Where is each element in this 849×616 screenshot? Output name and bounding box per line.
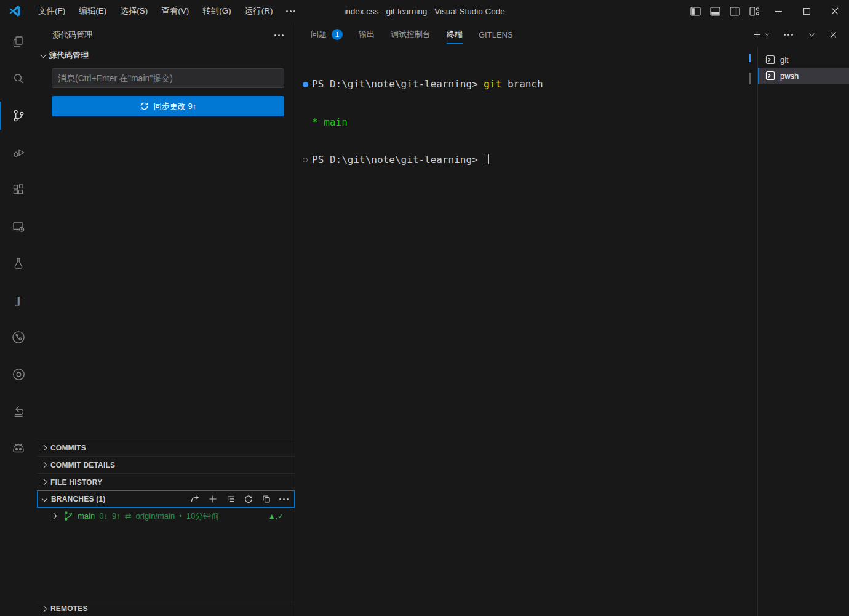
terminal-tab-git[interactable]: git <box>758 52 849 68</box>
dot-separator: • <box>179 511 182 521</box>
launch-profile-chevron-icon[interactable] <box>763 22 775 47</box>
activity-explorer[interactable] <box>0 23 37 60</box>
close-button[interactable] <box>821 0 849 22</box>
terminal-line: * main <box>303 116 757 129</box>
sync-changes-label: 同步更改 9↑ <box>154 101 196 112</box>
activity-j-extension[interactable]: J <box>0 282 37 319</box>
branch-ahead-count: 9↑ <box>112 511 121 521</box>
switch-branch-icon[interactable] <box>190 494 200 504</box>
activity-gitlens[interactable] <box>0 319 37 356</box>
panel-more-actions-icon[interactable] <box>779 22 797 47</box>
tab-gitlens[interactable]: GITLENS <box>479 22 513 47</box>
open-in-editor-icon[interactable] <box>261 494 271 504</box>
menu-edit[interactable]: 编辑(E) <box>72 3 113 19</box>
title-bar: 文件(F) 编辑(E) 选择(S) 查看(V) 转到(G) 运行(R) inde… <box>0 0 849 22</box>
section-branches[interactable]: BRANCHES (1) <box>37 490 295 508</box>
menu-run[interactable]: 运行(R) <box>238 3 280 19</box>
tab-output[interactable]: 输出 <box>359 22 375 47</box>
menu-goto[interactable]: 转到(G) <box>196 3 238 19</box>
activity-gitlens-inspect[interactable] <box>0 356 37 393</box>
activity-extensions[interactable] <box>0 171 37 208</box>
tab-terminal[interactable]: 终端 <box>447 22 463 47</box>
vscode-logo-icon <box>8 4 22 18</box>
sidebar-title: 源代码管理 <box>52 30 92 41</box>
toggle-sidebar-icon[interactable] <box>685 0 705 22</box>
sidebar-more-icon[interactable] <box>274 34 284 36</box>
terminal-viewport[interactable]: PS D:\git\note\git-learning> git branch … <box>295 47 757 616</box>
terminal-prompt: PS D:\git\note\git-learning> <box>312 78 478 91</box>
activity-search[interactable] <box>0 60 37 97</box>
tab-problems[interactable]: 问题 1 <box>311 22 343 47</box>
remote-explorer-icon <box>11 219 26 234</box>
section-remotes-label: REMOTES <box>50 604 88 613</box>
scm-provider-label: 源代码管理 <box>49 50 89 61</box>
activity-source-control[interactable] <box>0 97 37 134</box>
branch-upstream: origin/main <box>136 511 175 521</box>
activity-back-arrow[interactable] <box>0 393 37 430</box>
minimize-button[interactable] <box>764 0 792 22</box>
tab-debug-console[interactable]: 调试控制台 <box>391 22 431 47</box>
gitlens-inspect-icon <box>11 367 26 382</box>
branch-row-main[interactable]: main 0↓ 9↑ ⇄ origin/main • 10分钟前 ▲,✓ <box>37 508 295 524</box>
chevron-down-icon <box>41 52 47 58</box>
terminal-scrollbar-thumb[interactable] <box>749 73 751 84</box>
customize-layout-icon[interactable] <box>744 0 764 22</box>
toggle-panel-icon[interactable] <box>705 0 725 22</box>
commit-message-input[interactable] <box>52 68 284 88</box>
activity-run-debug[interactable] <box>0 134 37 171</box>
sync-changes-button[interactable]: 同步更改 9↑ <box>52 96 284 116</box>
branch-behind-count: 0↓ <box>99 511 108 521</box>
command-decoration-pending <box>303 158 308 162</box>
menu-bar: 文件(F) 编辑(E) 选择(S) 查看(V) 转到(G) 运行(R) <box>31 3 301 19</box>
terminal-output: * main <box>312 116 348 129</box>
menu-file[interactable]: 文件(F) <box>31 3 72 19</box>
terminal-prompt: PS D:\git\note\git-learning> <box>312 154 478 167</box>
j-extension-icon: J <box>16 295 21 306</box>
section-file-history[interactable]: FILE HISTORY <box>37 473 295 490</box>
terminal-tab-pwsh[interactable]: pwsh <box>758 68 849 84</box>
branch-compare-icon: ⇄ <box>125 511 132 521</box>
panel-header: 问题 1 输出 调试控制台 终端 GITLENS <box>295 22 849 47</box>
branches-more-icon[interactable] <box>279 498 289 500</box>
tab-problems-label: 问题 <box>311 29 327 40</box>
section-commit-details[interactable]: COMMIT DETAILS <box>37 456 295 473</box>
back-arrow-icon <box>11 404 26 418</box>
refresh-icon[interactable] <box>244 494 253 504</box>
maximize-button[interactable] <box>792 0 821 22</box>
extensions-icon <box>11 182 26 197</box>
bottom-panel: 问题 1 输出 调试控制台 终端 GITLENS <box>295 22 849 616</box>
menu-selection[interactable]: 选择(S) <box>113 3 154 19</box>
branch-status-icons: ▲,✓ <box>268 512 284 521</box>
activity-remote-explorer[interactable] <box>0 208 37 245</box>
panel-close-icon[interactable] <box>825 22 842 47</box>
terminal-tab-label: pwsh <box>780 71 799 81</box>
section-commits-label: COMMITS <box>50 444 86 452</box>
new-branch-icon[interactable] <box>208 494 218 504</box>
activity-testing[interactable] <box>0 245 37 282</box>
scm-provider-header[interactable]: 源代码管理 <box>37 48 295 63</box>
panel-chevron-down-icon[interactable] <box>803 22 820 47</box>
terminal-tab-label: git <box>780 55 789 65</box>
activity-ai-robot[interactable] <box>0 430 37 466</box>
command-decoration-success <box>303 82 308 87</box>
chevron-right-icon <box>41 606 47 612</box>
toggle-secondary-sidebar-icon[interactable] <box>725 0 744 22</box>
chevron-right-icon <box>51 513 57 519</box>
chevron-down-icon <box>42 495 48 502</box>
testing-icon <box>11 256 26 271</box>
branch-layout-icon[interactable] <box>226 494 236 504</box>
section-commit-details-label: COMMIT DETAILS <box>50 461 115 470</box>
source-control-icon <box>10 108 26 124</box>
menu-view[interactable]: 查看(V) <box>154 3 196 19</box>
terminal-icon <box>765 71 775 81</box>
menu-more-icon[interactable] <box>280 3 301 19</box>
ai-robot-icon <box>11 441 26 455</box>
new-terminal-icon[interactable] <box>748 22 763 47</box>
chevron-right-icon <box>41 445 47 451</box>
branch-time: 10分钟前 <box>186 511 219 522</box>
chevron-right-icon <box>41 479 47 486</box>
section-remotes[interactable]: REMOTES <box>37 601 295 616</box>
branch-name: main <box>78 511 95 521</box>
search-icon <box>11 71 26 86</box>
section-commits[interactable]: COMMITS <box>37 439 295 456</box>
